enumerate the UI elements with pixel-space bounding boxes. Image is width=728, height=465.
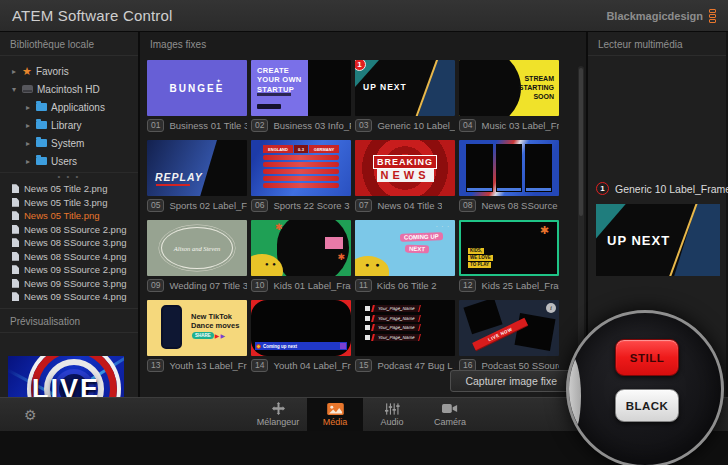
still-cell-15[interactable]: Your_Page_Name Your_Page_Name Your_Page_… <box>355 300 455 372</box>
still-cell-01[interactable]: BUNGEE ✦ 01Business 01 Title 3 <box>147 60 247 132</box>
still-cell-10[interactable]: ✱ ✱ ● ● 10Kids 01 Label_Frame 2 <box>251 220 351 292</box>
chevron-right-icon: ▸ <box>24 121 32 130</box>
still-thumbnail[interactable]: Your_Page_Name Your_Page_Name Your_Page_… <box>355 300 455 356</box>
chevron-right-icon: ▸ <box>10 67 18 76</box>
library-header: Bibliothèque locale <box>0 32 138 56</box>
still-thumbnail[interactable]: Coming up next <box>251 300 351 356</box>
hard-drive-icon <box>22 85 33 93</box>
folder-icon <box>36 157 47 165</box>
tree-label: Applications <box>51 102 105 113</box>
tab-audio[interactable]: Audio <box>363 398 421 431</box>
capture-still-button[interactable]: Capturer image fixe <box>450 370 572 392</box>
still-thumbnail[interactable]: · · · COMING UP NEXT ● ● <box>355 220 455 276</box>
chevron-down-icon: ▾ <box>10 85 18 94</box>
info-icon[interactable]: i <box>546 303 556 313</box>
brand-name: Blackmagicdesign <box>606 10 703 22</box>
still-thumbnail[interactable]: STREAM STARTING SOON <box>459 60 559 116</box>
star-doodle-icon: ✱ <box>540 224 549 237</box>
panel-splitter-handle[interactable]: • • • <box>0 172 138 180</box>
library-tree: ▸ ★ Favoris ▾ Macintosh HD ▸ Application… <box>0 56 138 172</box>
still-cell-09[interactable]: Alison and Steven 09Wedding 07 Title 3 <box>147 220 247 292</box>
file-icon <box>12 225 19 234</box>
file-item[interactable]: News 09 SSource 3.png <box>0 277 138 291</box>
star-doodle-icon: ✱ <box>275 222 283 232</box>
star-icon: ★ <box>22 66 32 76</box>
file-icon <box>12 184 19 193</box>
still-cell-02[interactable]: CREATE YOUR OWN STARTUP 02Business 03 In… <box>251 60 351 132</box>
media-library-sidebar: Bibliothèque locale ▸ ★ Favoris ▾ Macint… <box>0 32 140 397</box>
still-cell-03[interactable]: 1 UP NEXT 03Generic 10 Label_Fr... <box>355 60 455 132</box>
still-thumbnail[interactable]: Alison and Steven <box>147 220 247 276</box>
app-title: ATEM Software Control <box>12 7 173 24</box>
tree-label: Users <box>51 156 77 167</box>
black-button[interactable]: BLACK <box>615 389 679 422</box>
page-tabs: Mélangeur Média Audio Caméra <box>249 398 479 431</box>
tab-camera[interactable]: Caméra <box>421 398 479 431</box>
file-item[interactable]: News 05 Title 3.png <box>0 196 138 210</box>
file-item[interactable]: News 09 SSource 4.png <box>0 290 138 304</box>
file-icon <box>12 279 19 288</box>
still-thumbnail[interactable]: 1 UP NEXT <box>355 60 455 116</box>
camera-icon <box>442 403 458 415</box>
tree-item-favoris[interactable]: ▸ ★ Favoris <box>0 62 138 80</box>
still-thumbnail[interactable]: ✱ ✱ ● ● <box>251 220 351 276</box>
tree-item-applications[interactable]: ▸ Applications <box>0 98 138 116</box>
still-thumbnail[interactable]: BUNGEE ✦ <box>147 60 247 116</box>
zoom-callout-circle: STILL BLACK <box>566 310 724 465</box>
star-doodle-icon: ✱ <box>337 252 345 262</box>
still-number: 01 <box>147 119 164 132</box>
still-cell-14[interactable]: Coming up next 14Youth 04 Label_Fra... <box>251 300 351 372</box>
tree-item-library[interactable]: ▸ Library <box>0 116 138 134</box>
tree-label: System <box>51 138 84 149</box>
tree-label: Macintosh HD <box>37 84 100 95</box>
stills-header: Images fixes <box>140 32 586 55</box>
still-thumbnail-selected[interactable]: ✱ KIDS, WE LOVE TO PLAY <box>459 220 559 276</box>
still-thumbnail[interactable]: New TikTok Dance moves SHARE ▶▶ <box>147 300 247 356</box>
still-cell-16[interactable]: LIVE NOW i 16Podcast 50 SSource 4 <box>459 300 559 372</box>
file-icon <box>12 238 19 247</box>
settings-gear-icon[interactable]: ⚙ <box>24 407 37 423</box>
folder-icon <box>36 139 47 147</box>
chevron-right-icon: ▸ <box>24 157 32 166</box>
still-label: Business 01 Title 3 <box>169 120 247 131</box>
still-cell-04[interactable]: STREAM STARTING SOON 04Music 03 Label_Fr… <box>459 60 559 132</box>
current-media-label: Generic 10 Label_Frame 3 <box>615 183 728 195</box>
media-image-icon <box>327 403 344 415</box>
still-cell-08[interactable]: 08News 08 SSource 4 <box>459 140 559 212</box>
still-thumbnail[interactable]: ENGLAND 0-3 GERMANY <box>251 140 351 196</box>
phone-graphic <box>161 305 182 349</box>
folder-icon <box>36 121 47 129</box>
tree-label: Library <box>51 120 82 131</box>
tab-melangeur[interactable]: Mélangeur <box>249 398 307 431</box>
file-item[interactable]: News 09 SSource 2.png <box>0 263 138 277</box>
file-item[interactable]: News 05 Title 2.png <box>0 182 138 196</box>
file-icon <box>12 292 19 301</box>
still-cell-12-selected[interactable]: ✱ KIDS, WE LOVE TO PLAY 12Kids 25 Label_… <box>459 220 559 292</box>
still-thumbnail[interactable]: LIVE NOW i <box>459 300 559 356</box>
tree-item-macintosh-hd[interactable]: ▾ Macintosh HD <box>0 80 138 98</box>
media-player-header: Lecteur multimédia <box>588 32 726 56</box>
file-item[interactable]: News 08 SSource 3.png <box>0 236 138 250</box>
still-cell-07[interactable]: BREAKING NEWS 07News 04 Title 3 <box>355 140 455 212</box>
tab-media-active[interactable]: Média <box>307 398 363 431</box>
file-item[interactable]: News 08 SSource 4.png <box>0 250 138 264</box>
preview-header: Prévisualisation <box>0 308 138 333</box>
chevron-right-icon: ▸ <box>24 139 32 148</box>
still-cell-13[interactable]: New TikTok Dance moves SHARE ▶▶ 13Youth … <box>147 300 247 372</box>
file-item[interactable]: News 08 SSource 2.png <box>0 223 138 237</box>
tree-item-system[interactable]: ▸ System <box>0 134 138 152</box>
file-icon <box>12 198 19 207</box>
mixer-icon <box>272 403 285 415</box>
still-cell-11[interactable]: · · · COMING UP NEXT ● ● 11Kids 06 Title… <box>355 220 455 292</box>
file-item-selected[interactable]: News 05 Title.png <box>0 209 138 223</box>
still-button[interactable]: STILL <box>615 339 679 376</box>
titlebar: ATEM Software Control Blackmagicdesign <box>0 0 728 32</box>
still-thumbnail[interactable]: BREAKING NEWS <box>355 140 455 196</box>
still-cell-05[interactable]: REPLAY 05Sports 02 Label_Fra... <box>147 140 247 212</box>
tree-item-users[interactable]: ▸ Users <box>0 152 138 170</box>
file-icon <box>12 252 19 261</box>
still-thumbnail[interactable] <box>459 140 559 196</box>
still-cell-06[interactable]: ENGLAND 0-3 GERMANY 06Sports 22 Score 3 <box>251 140 351 212</box>
still-thumbnail[interactable]: REPLAY <box>147 140 247 196</box>
still-thumbnail[interactable]: CREATE YOUR OWN STARTUP <box>251 60 351 116</box>
